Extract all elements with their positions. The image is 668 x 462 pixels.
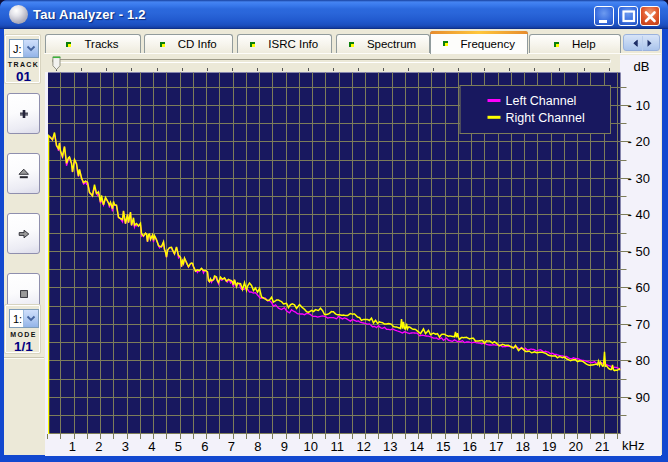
- svg-text:8: 8: [254, 439, 261, 454]
- svg-text:17: 17: [489, 439, 503, 454]
- svg-text:19: 19: [542, 439, 556, 454]
- svg-text:5: 5: [174, 439, 181, 454]
- svg-text:20: 20: [568, 439, 582, 454]
- svg-text:13: 13: [383, 439, 397, 454]
- svg-text:9: 9: [280, 439, 287, 454]
- svg-text:- 40: - 40: [627, 207, 649, 222]
- svg-text:kHz: kHz: [622, 438, 644, 453]
- svg-text:Right Channel: Right Channel: [505, 111, 584, 125]
- svg-text:1: 1: [68, 439, 75, 454]
- svg-text:21: 21: [595, 439, 609, 454]
- svg-text:3: 3: [121, 439, 128, 454]
- svg-text:10: 10: [303, 439, 317, 454]
- svg-text:14: 14: [409, 439, 423, 454]
- svg-text:12: 12: [356, 439, 370, 454]
- svg-text:7: 7: [227, 439, 234, 454]
- svg-text:11: 11: [330, 439, 344, 454]
- svg-text:- 90: - 90: [627, 390, 649, 405]
- svg-text:2: 2: [95, 439, 102, 454]
- svg-text:- 80: - 80: [627, 353, 649, 368]
- svg-text:- 20: - 20: [627, 134, 649, 149]
- svg-text:6: 6: [201, 439, 208, 454]
- svg-text:- 30: - 30: [627, 171, 649, 186]
- svg-text:4: 4: [148, 439, 155, 454]
- svg-text:- 10: - 10: [627, 98, 649, 113]
- svg-text:18: 18: [515, 439, 529, 454]
- svg-text:16: 16: [462, 439, 476, 454]
- svg-text:- 60: - 60: [627, 280, 649, 295]
- svg-text:- 70: - 70: [627, 317, 649, 332]
- svg-text:15: 15: [436, 439, 450, 454]
- svg-text:Left Channel: Left Channel: [505, 94, 576, 108]
- svg-text:- 50: - 50: [627, 244, 649, 259]
- svg-text:dB: dB: [633, 59, 649, 74]
